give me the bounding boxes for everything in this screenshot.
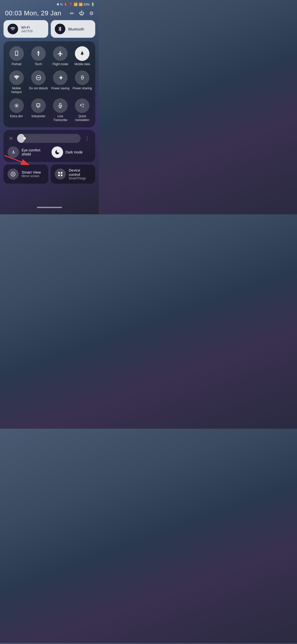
tile-extra-dim[interactable]: Extra dim xyxy=(6,97,27,123)
mobile-data-label: Mobile data xyxy=(74,62,90,66)
device-control-label: Device control xyxy=(69,168,91,177)
quick-translation-label: Quick translation xyxy=(72,114,92,122)
brightness-row: ⋮ xyxy=(8,134,91,143)
tile-torch[interactable]: Torch xyxy=(28,45,49,67)
live-transcribe-label: Live Transcribe xyxy=(51,114,70,122)
torch-label: Torch xyxy=(35,62,42,66)
datetime-display: 00:03 Mon, 29 Jan xyxy=(5,9,61,17)
wifi-icon-circle xyxy=(8,24,18,34)
smart-view-label: Smart View xyxy=(22,170,41,174)
svg-text:A: A xyxy=(80,104,82,107)
device-control-text: Device control SmartThings xyxy=(69,168,91,180)
header-actions: ✏ ⏻ ⚙ xyxy=(70,10,94,16)
quick-translation-icon-circle: A あ xyxy=(75,98,89,113)
power-saving-icon-circle xyxy=(53,70,68,85)
eye-comfort-icon-circle: A xyxy=(8,146,19,158)
mobile-data-icon-circle xyxy=(75,46,89,61)
tile-portrait[interactable]: Portrait xyxy=(6,45,27,67)
tile-quick-translation[interactable]: A あ Quick translation xyxy=(72,97,93,123)
navigation-bar xyxy=(0,203,99,211)
svg-point-6 xyxy=(16,105,18,107)
settings-icon[interactable]: ⚙ xyxy=(89,10,94,16)
dnd-label: Do not disturb xyxy=(29,87,48,91)
tile-interpreter[interactable]: A Interpreter xyxy=(28,97,49,123)
svg-marker-19 xyxy=(13,173,14,175)
bluetooth-label: Bluetooth xyxy=(68,27,84,31)
smart-view-text: Smart View Mirror screen xyxy=(22,170,41,178)
home-indicator xyxy=(37,207,62,208)
nfc-status-icon: N xyxy=(60,3,63,6)
tile-power-saving[interactable]: Power saving xyxy=(50,69,71,95)
wifi-text: Wi-Fi Jab7528 xyxy=(21,25,33,33)
smart-view-icon-circle xyxy=(8,169,19,180)
brightness-menu-icon[interactable]: ⋮ xyxy=(83,134,91,143)
dark-mode-label: Dark mode xyxy=(66,150,83,154)
bluetooth-text: Bluetooth xyxy=(68,27,84,31)
brightness-low-icon xyxy=(8,135,15,142)
extra-dim-label: Extra dim xyxy=(10,114,23,118)
hotspot-label: Mobile Hotspot xyxy=(7,87,26,94)
battery-percentage: 63% xyxy=(84,3,90,6)
brightness-comfort-card: ⋮ A Eye comfort shield Dark mode xyxy=(4,130,95,162)
flight-mode-icon-circle xyxy=(53,46,68,61)
svg-rect-4 xyxy=(81,76,83,79)
power-sharing-label: Power sharing xyxy=(73,87,92,91)
tile-mobile-data[interactable]: Mobile data xyxy=(72,45,93,67)
svg-rect-21 xyxy=(61,172,62,174)
tile-power-sharing[interactable]: Power sharing xyxy=(72,69,93,95)
smart-view-sublabel: Mirror screen xyxy=(22,174,41,178)
dark-mode-toggle[interactable]: Dark mode xyxy=(52,146,91,158)
svg-point-1 xyxy=(16,55,17,55)
wifi-toggle[interactable]: Wi-Fi Jab7528 xyxy=(4,20,48,38)
power-icon[interactable]: ⏻ xyxy=(79,10,84,16)
bluetooth-icon-circle xyxy=(55,24,65,34)
tile-mobile-hotspot[interactable]: Mobile Hotspot xyxy=(6,69,27,95)
bluetooth-status-icon: ✱ xyxy=(57,3,59,6)
svg-rect-22 xyxy=(58,175,60,176)
svg-text:あ: あ xyxy=(82,105,84,108)
smart-view-card[interactable]: Smart View Mirror screen xyxy=(4,165,48,184)
svg-rect-10 xyxy=(60,103,61,106)
power-saving-label: Power saving xyxy=(51,87,69,91)
tile-live-transcribe[interactable]: Live Transcribe xyxy=(50,97,71,123)
interpreter-label: Interpreter xyxy=(31,114,45,118)
svg-rect-20 xyxy=(58,172,60,174)
signal-status-icon: 📶 xyxy=(79,3,83,6)
bottom-cards-row: Smart View Mirror screen Device control … xyxy=(0,165,99,188)
connectivity-toggle-row: Wi-Fi Jab7528 Bluetooth xyxy=(0,20,99,40)
wifi-status-icon: 📶 xyxy=(74,3,78,6)
tile-flight-mode[interactable]: Flight mode xyxy=(50,45,71,67)
svg-rect-23 xyxy=(61,175,62,176)
svg-text:A: A xyxy=(37,104,38,106)
location-status-icon: 📍 xyxy=(69,3,73,6)
power-sharing-icon-circle xyxy=(75,70,89,85)
hotspot-icon-circle xyxy=(9,70,24,85)
header-row: 00:03 Mon, 29 Jan ✏ ⏻ ⚙ xyxy=(0,7,99,20)
comfort-row: A Eye comfort shield Dark mode xyxy=(8,146,91,158)
device-control-card[interactable]: Device control SmartThings xyxy=(51,165,95,184)
interpreter-icon-circle: A xyxy=(31,98,46,113)
device-control-sublabel: SmartThings xyxy=(69,177,91,180)
dnd-icon-circle xyxy=(31,70,46,85)
mute-status-icon: 🔇 xyxy=(64,3,68,6)
portrait-label: Portrait xyxy=(12,62,21,66)
wifi-label: Wi-Fi xyxy=(21,25,33,29)
eye-comfort-icon: A xyxy=(12,150,15,154)
wifi-network-name: Jab7528 xyxy=(21,29,33,33)
dark-mode-icon-circle xyxy=(52,146,63,158)
brightness-slider[interactable] xyxy=(17,134,81,143)
live-transcribe-icon-circle xyxy=(53,98,68,113)
extra-dim-icon-circle xyxy=(9,98,24,113)
torch-icon-circle xyxy=(31,46,46,61)
eye-comfort-toggle[interactable]: A Eye comfort shield xyxy=(8,146,47,158)
eye-comfort-label: Eye comfort shield xyxy=(22,148,47,156)
device-control-icon-circle xyxy=(55,169,66,180)
tile-do-not-disturb[interactable]: Do not disturb xyxy=(28,69,49,95)
brightness-thumb xyxy=(23,137,26,140)
battery-icon: 🔋 xyxy=(91,3,95,6)
flight-mode-label: Flight mode xyxy=(53,62,68,66)
portrait-icon-circle xyxy=(9,46,24,61)
tiles-grid: Portrait Torch Flight mode xyxy=(6,45,93,123)
edit-icon[interactable]: ✏ xyxy=(70,10,74,16)
bluetooth-toggle[interactable]: Bluetooth xyxy=(51,20,95,38)
